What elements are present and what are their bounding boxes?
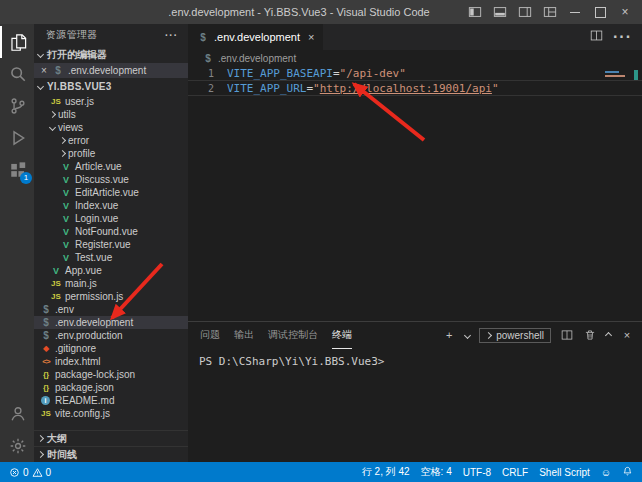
json-file-icon: {} <box>40 383 52 392</box>
problems-status[interactable]: 0 0 <box>9 467 51 478</box>
tree-item-views[interactable]: views <box>34 121 188 134</box>
js-file-icon: JS <box>50 279 62 288</box>
env-file-icon: $ <box>197 32 209 43</box>
window-controls: × <box>458 5 642 19</box>
equals-sign: = <box>333 67 340 80</box>
overview-ruler-mark <box>634 70 638 80</box>
js-file-icon: JS <box>50 97 62 106</box>
panel-tab-终端[interactable]: 终端 <box>332 322 352 349</box>
vue-file-icon: V <box>60 201 72 211</box>
toggle-primary-sidebar-icon[interactable] <box>468 5 482 19</box>
breadcrumb[interactable]: $ .env.development <box>188 50 642 66</box>
tree-item-Index.vue[interactable]: VIndex.vue <box>34 199 188 212</box>
minimize-button[interactable] <box>568 5 582 19</box>
minimap[interactable] <box>604 69 630 79</box>
file-name: main.js <box>65 278 97 289</box>
customize-layout-icon[interactable] <box>543 5 557 19</box>
outline-section-header[interactable]: 大纲 <box>34 430 188 446</box>
chevron-right-icon <box>59 137 66 144</box>
git-file-icon: ◆ <box>40 344 52 353</box>
close-button[interactable]: × <box>618 5 632 19</box>
tab-close-icon[interactable]: × <box>308 31 314 43</box>
tree-item-.env.production[interactable]: $.env.production <box>34 329 188 342</box>
encoding[interactable]: UTF-8 <box>463 467 491 478</box>
close-editor-icon[interactable]: × <box>40 65 48 76</box>
file-name: .gitignore <box>55 343 96 354</box>
tree-item-NotFound.vue[interactable]: VNotFound.vue <box>34 225 188 238</box>
code-line-2[interactable]: 2VITE_APP_URL="http://localhost:19001/ap… <box>188 80 642 96</box>
chevron-right-icon <box>37 451 44 458</box>
vscode-window: .env.development - Yi.BBS.Vue3 - Visual … <box>0 0 642 482</box>
env-file-icon: $ <box>40 304 52 315</box>
url-link[interactable]: http://localhost:19001/api <box>320 82 492 95</box>
tree-item-Login.vue[interactable]: VLogin.vue <box>34 212 188 225</box>
tree-item-error[interactable]: error <box>34 134 188 147</box>
notifications-bell-icon[interactable] <box>622 466 633 479</box>
open-editors-label: 打开的编辑器 <box>47 48 107 62</box>
cursor-position[interactable]: 行 2, 列 42 <box>362 465 410 479</box>
split-editor-icon[interactable] <box>590 28 603 46</box>
tree-item-profile[interactable]: profile <box>34 147 188 160</box>
explorer-icon[interactable] <box>0 26 34 58</box>
panel-tab-问题[interactable]: 问题 <box>200 322 220 349</box>
sidebar-actions-icon[interactable]: ··· <box>165 30 178 41</box>
extensions-icon[interactable]: 1 <box>0 154 34 186</box>
tree-item-main.js[interactable]: JSmain.js <box>34 277 188 290</box>
tree-item-EditArticle.vue[interactable]: VEditArticle.vue <box>34 186 188 199</box>
accounts-icon[interactable] <box>0 398 34 430</box>
tree-item-App.vue[interactable]: VApp.vue <box>34 264 188 277</box>
close-panel-icon[interactable]: × <box>620 328 634 342</box>
workspace-header[interactable]: YI.BBS.VUE3 <box>34 78 188 95</box>
terminal-output[interactable]: PS D:\CSharp\Yi\Yi.BBS.Vue3> <box>188 348 642 462</box>
eol-setting[interactable]: CRLF <box>502 467 528 478</box>
bottom-panel: 问题输出调试控制台终端 + powershell × <box>188 321 642 462</box>
file-name: Index.vue <box>75 200 118 211</box>
panel-tab-输出[interactable]: 输出 <box>234 322 254 349</box>
toggle-panel-icon[interactable] <box>493 5 507 19</box>
indentation-setting[interactable]: 空格: 4 <box>421 465 452 479</box>
code-line-1[interactable]: 1VITE_APP_BASEAPI="/api-dev" <box>188 66 642 80</box>
json-file-icon: {} <box>40 370 52 379</box>
open-editor-item[interactable]: × $ .env.development <box>34 63 188 78</box>
js-file-icon: JS <box>50 292 62 301</box>
search-icon[interactable] <box>0 58 34 90</box>
chevron-down-icon[interactable] <box>464 331 471 338</box>
maximize-panel-icon[interactable] <box>605 331 612 338</box>
split-terminal-icon[interactable] <box>560 328 574 342</box>
tree-item-Register.vue[interactable]: VRegister.vue <box>34 238 188 251</box>
run-debug-icon[interactable] <box>0 122 34 154</box>
open-editors-header[interactable]: 打开的编辑器 <box>34 46 188 63</box>
new-terminal-icon[interactable]: + <box>442 328 456 342</box>
tree-item-vite.config.js[interactable]: JSvite.config.js <box>34 407 188 420</box>
chevron-right-icon <box>49 111 56 118</box>
tree-item-.env.development[interactable]: $.env.development <box>34 316 188 329</box>
tree-item-utils[interactable]: utils <box>34 108 188 121</box>
source-control-icon[interactable] <box>0 90 34 122</box>
toggle-secondary-sidebar-icon[interactable] <box>518 5 532 19</box>
tree-item-package-lock.json[interactable]: {}package-lock.json <box>34 368 188 381</box>
window-title: .env.development - Yi.BBS.Vue3 - Visual … <box>140 6 458 18</box>
terminal-shell-selector[interactable]: powershell <box>479 328 551 343</box>
language-mode[interactable]: Shell Script <box>539 467 590 478</box>
timeline-section-header[interactable]: 时间线 <box>34 446 188 462</box>
tree-item-index.html[interactable]: <>index.html <box>34 355 188 368</box>
tree-item-Discuss.vue[interactable]: VDiscuss.vue <box>34 173 188 186</box>
tree-item-Test.vue[interactable]: VTest.vue <box>34 251 188 264</box>
vue-file-icon: V <box>50 266 62 276</box>
vue-file-icon: V <box>60 227 72 237</box>
maximize-button[interactable] <box>593 5 607 19</box>
code-editor[interactable]: 1VITE_APP_BASEAPI="/api-dev" 2VITE_APP_U… <box>188 66 642 321</box>
editor-more-actions-icon[interactable]: ··· <box>613 28 632 46</box>
kill-terminal-trash-icon[interactable] <box>583 328 597 342</box>
tree-item-README.md[interactable]: iREADME.md <box>34 394 188 407</box>
tree-item-permission.js[interactable]: JSpermission.js <box>34 290 188 303</box>
tree-item-.env[interactable]: $.env <box>34 303 188 316</box>
tree-item-.gitignore[interactable]: ◆.gitignore <box>34 342 188 355</box>
tree-item-Article.vue[interactable]: VArticle.vue <box>34 160 188 173</box>
tab-env-development[interactable]: $ .env.development × <box>188 24 323 50</box>
settings-gear-icon[interactable] <box>0 430 34 462</box>
panel-tab-调试控制台[interactable]: 调试控制台 <box>268 322 318 349</box>
tree-item-package.json[interactable]: {}package.json <box>34 381 188 394</box>
feedback-smiley-icon[interactable]: ☺ <box>601 467 611 478</box>
tree-item-user.js[interactable]: JSuser.js <box>34 95 188 108</box>
